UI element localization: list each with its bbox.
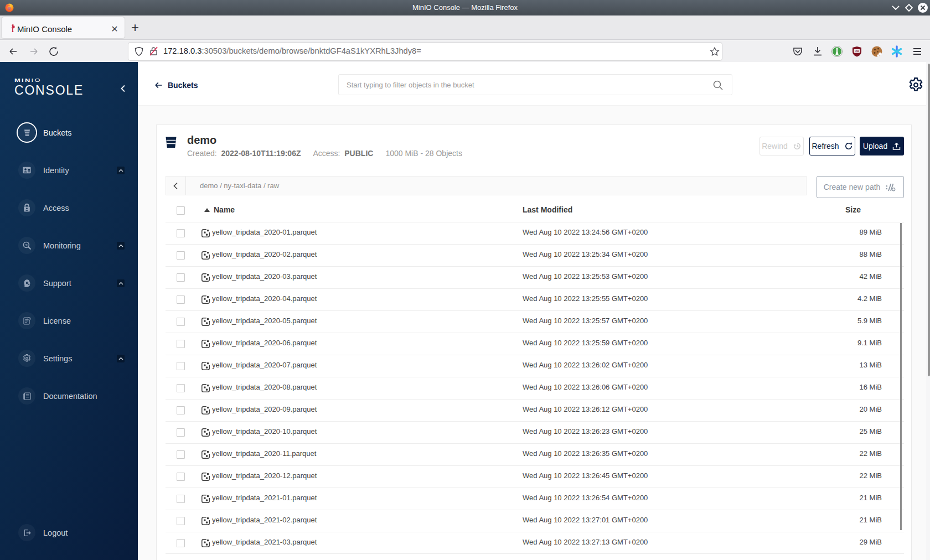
svg-text:UO: UO: [855, 49, 860, 53]
